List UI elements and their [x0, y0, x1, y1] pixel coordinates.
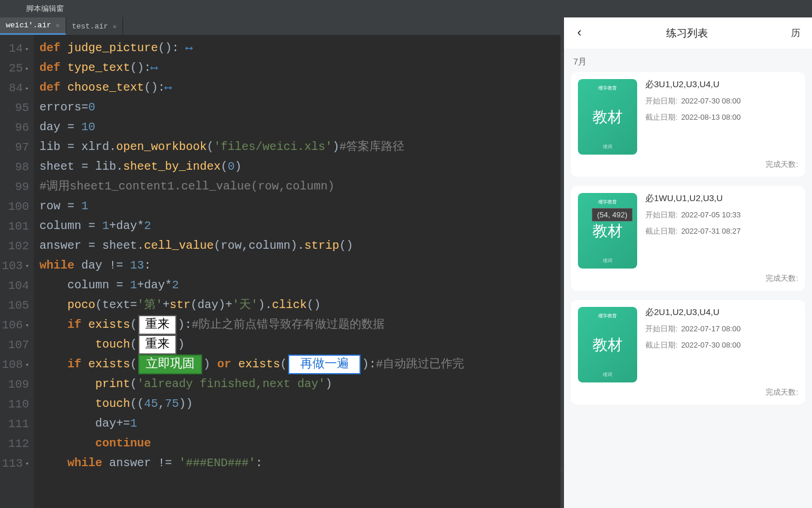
fold-icon[interactable]: ▾: [25, 321, 29, 329]
back-icon[interactable]: ‹: [576, 26, 583, 41]
card-thumbnail: 维学教育 教材 维词: [578, 193, 637, 269]
card-footer: 完成天数:: [578, 273, 798, 284]
tab-weici[interactable]: weici'.air ✕: [0, 17, 66, 35]
tab-test[interactable]: test.air ✕: [66, 17, 123, 35]
template-chip-consolidate[interactable]: 立即巩固: [138, 355, 202, 374]
mobile-body[interactable]: 7月 维学教育 教材 维词 必3U1,U2,U3,U4,U 开始日期:2022-…: [564, 49, 812, 508]
fold-arrow-icon: ⟷: [151, 58, 157, 78]
line-gutter: 14▸ 25▸ 84▸ 95 96 97 98 99 100 101 102 1…: [0, 35, 34, 508]
close-icon[interactable]: ✕: [56, 22, 60, 29]
fold-icon[interactable]: ▾: [25, 262, 29, 270]
window-title-bar: 脚本编辑窗: [0, 0, 812, 17]
page-title: 练习列表: [583, 26, 791, 40]
card-title: 必3U1,U2,U3,U4,U: [645, 79, 798, 90]
header-right[interactable]: 历: [791, 27, 800, 40]
fold-icon[interactable]: ▸: [25, 84, 29, 92]
template-chip-redo[interactable]: 再做一遍: [288, 355, 361, 374]
card-footer: 完成天数:: [578, 159, 798, 170]
fold-arrow-icon: ⟷: [165, 78, 171, 98]
editor-panel: weici'.air ✕ test.air ✕ 14▸ 25▸ 84▸ 95 9…: [0, 17, 561, 508]
template-chip-retry[interactable]: 重来: [138, 315, 177, 335]
card-thumbnail: 维学教育 教材 维词: [578, 79, 637, 155]
tab-label: weici'.air: [6, 21, 51, 30]
mobile-header: ‹ 练习列表 历: [564, 17, 812, 49]
month-label: 7月: [571, 49, 805, 72]
coordinate-tooltip: (54, 492): [592, 208, 633, 221]
main-area: weici'.air ✕ test.air ✕ 14▸ 25▸ 84▸ 95 9…: [0, 17, 812, 508]
practice-card[interactable]: 维学教育 教材 维词 必2U1,U2,U3,U4,U 开始日期:2022-07-…: [571, 300, 805, 405]
code-body[interactable]: def judge_picture(): ⟷ def type_text():⟷…: [34, 35, 561, 508]
fold-arrow-icon: ⟷: [186, 38, 192, 58]
code-editor[interactable]: 14▸ 25▸ 84▸ 95 96 97 98 99 100 101 102 1…: [0, 35, 561, 508]
editor-tabs: weici'.air ✕ test.air ✕: [0, 17, 561, 35]
template-chip-retry[interactable]: 重来: [138, 335, 177, 355]
fold-icon[interactable]: ▸: [25, 65, 29, 72]
fold-icon[interactable]: ▾: [25, 361, 29, 369]
practice-card[interactable]: 维学教育 教材 维词 必3U1,U2,U3,U4,U 开始日期:2022-07-…: [571, 72, 805, 177]
card-title: 必1WU,U1,U2,U3,U: [645, 193, 798, 204]
fold-icon[interactable]: ▾: [25, 460, 29, 467]
practice-card[interactable]: 维学教育 教材 维词 必1WU,U1,U2,U3,U 开始日期:2022-07-…: [571, 186, 805, 291]
card-title: 必2U1,U2,U3,U4,U: [645, 307, 798, 318]
card-footer: 完成天数:: [578, 387, 798, 398]
tab-label: test.air: [72, 22, 108, 31]
card-thumbnail: 维学教育 教材 维词: [578, 307, 637, 382]
window-title: 脚本编辑窗: [26, 3, 64, 14]
fold-icon[interactable]: ▸: [25, 45, 29, 52]
device-preview-panel: ‹ 练习列表 历 7月 维学教育 教材 维词 必3U1,U2,U3,U4,U 开…: [564, 17, 812, 508]
close-icon[interactable]: ✕: [113, 23, 117, 30]
